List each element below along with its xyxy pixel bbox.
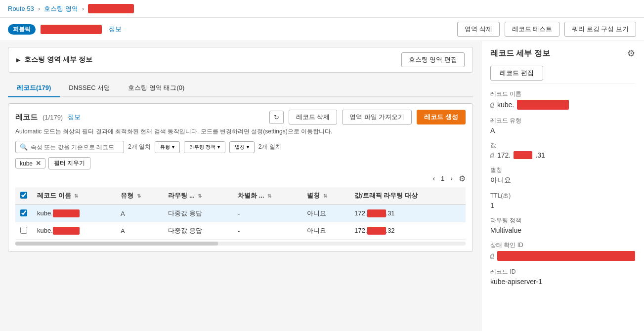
row2-checkbox[interactable] [20,227,27,234]
right-panel: 레코드 세부 정보 ⚙ 레코드 편집 레코드 이름 ⎙ kube. 레코드 유형… [481,41,644,331]
breadcrumb-sep2: › [82,5,84,12]
col-name: 레코드 이름 ⇅ [32,187,116,205]
filter-match-count: 2개 일치 [128,143,151,151]
record-id-label: 레코드 ID [490,268,635,276]
records-info-link[interactable]: 정보 [68,113,81,122]
type-filter-label: 유형 [160,144,170,151]
alias-label: 별칭 [490,166,635,174]
row1-diff-cell: - [233,205,302,222]
row2-value-cell: 172. .32 [349,222,466,240]
tabs-row: 레코드(179) DNSSEC 서명 호스팅 영역 태그(0) [8,80,473,97]
col-diff: 차별화 ... ⇅ [233,187,302,205]
breadcrumb: Route 53 › 호스팅 영역 › [0,0,644,18]
info-link[interactable]: 정보 [109,25,122,34]
alias-filter-arrow: ▾ [247,144,249,150]
row1-value-cell: 172. .31 [349,205,466,222]
health-check-redacted [497,251,635,261]
col-routing: 라우팅 ... ⇅ [163,187,233,205]
create-record-button[interactable]: 레코드 생성 [417,110,466,124]
record-value-label: 값 [490,141,635,150]
copy-health-check-icon[interactable]: ⎙ [490,252,494,260]
clear-filters-button[interactable]: 필터 지우기 [48,157,90,169]
scrollbar-thumb [15,242,218,246]
domain-name [41,25,102,34]
breadcrumb-sep1: › [38,5,40,12]
alias-sort-icon[interactable]: ⇅ [323,193,327,199]
tab-tags[interactable]: 호스팅 영역 태그(0) [119,80,193,97]
alias-match-count: 2개 일치 [258,143,281,151]
breadcrumb-route53[interactable]: Route 53 [8,5,34,12]
alias-section: 별칭 아니요 [490,166,635,185]
routing-filter-label: 라우팅 정책 [189,144,215,151]
copy-value-icon[interactable]: ⎙ [490,152,494,159]
right-panel-title: 레코드 세부 정보 [490,48,550,59]
filter-tag-remove[interactable]: ✕ [36,160,41,167]
record-name-label: 레코드 이름 [490,90,635,98]
row2-value-redacted [367,227,386,235]
tab-records[interactable]: 레코드(179) [8,80,60,97]
filter-row: 🔍 2개 일치 유형 ▾ 라우팅 정책 ▾ 별칭 ▾ 2개 일치 [15,141,466,153]
type-filter-arrow: ▾ [172,144,174,150]
gear-icon[interactable]: ⚙ [627,48,635,59]
ttl-value: 1 [490,202,635,209]
row1-name-redacted [53,209,80,217]
row2-name-redacted [53,227,80,235]
name-sort-icon[interactable]: ⇅ [74,193,78,199]
type-sort-icon[interactable]: ⇅ [137,193,141,199]
record-value-redacted [514,151,532,159]
delete-zone-button[interactable]: 영역 삭제 [457,22,500,37]
ttl-label: TTL(초) [490,192,635,200]
row2-name-cell: kube. [32,222,116,240]
table-settings-icon[interactable]: ⚙ [459,174,466,183]
records-box: 레코드 (1/179) 정보 ↻ 레코드 삭제 영역 파일 가져오기 레코드 생… [8,103,473,252]
test-record-button[interactable]: 레코드 테스트 [505,22,560,37]
row2-diff-cell: - [233,222,302,240]
record-name-redacted [517,100,568,110]
view-query-log-button[interactable]: 쿼리 로깅 구성 보기 [564,22,636,37]
record-type-value: A [490,126,635,134]
badge-public: 퍼블릭 [8,24,36,35]
alias-value: 아니요 [490,176,635,185]
edit-hosting-button[interactable]: 호스팅 영역 편집 [401,52,465,67]
search-input[interactable] [31,144,115,151]
hosting-details-toggle[interactable]: ▶ 호스팅 영역 세부 정보 [16,55,92,64]
record-id-section: 레코드 ID kube-apiserver-1 [490,268,635,286]
record-edit-button[interactable]: 레코드 편집 [490,66,543,81]
col-value: 값/트래픽 라우팅 대상 [349,187,466,205]
diff-sort-icon[interactable]: ⇅ [267,193,271,199]
next-page-button[interactable]: › [448,173,455,183]
row1-value-redacted [367,209,386,217]
row2-type-cell: A [116,222,163,240]
copy-name-icon[interactable]: ⎙ [490,101,494,109]
search-box: 🔍 [15,141,124,153]
col-type: 유형 ⇅ [116,187,163,205]
export-zone-button[interactable]: 영역 파일 가져오기 [342,110,412,124]
row1-routing-cell: 다중값 응답 [163,205,233,222]
filter-tag-label: kube [20,160,33,167]
prev-page-button[interactable]: ‹ [430,173,437,183]
refresh-button[interactable]: ↻ [269,111,284,124]
breadcrumb-hosting-area[interactable]: 호스팅 영역 [44,4,78,13]
row2-routing-cell: 다중값 응답 [163,222,233,240]
record-value-section: 값 ⎙ 172. .31 [490,141,635,159]
row1-checkbox-cell [15,205,32,222]
health-check-section: 상태 확인 ID ⎙ [490,241,635,261]
select-all-checkbox[interactable] [20,192,27,199]
records-table: 레코드 이름 ⇅ 유형 ⇅ 라우팅 ... ⇅ 차별화 ... [15,187,466,240]
hosting-details-box: ▶ 호스팅 영역 세부 정보 호스팅 영역 편집 [8,47,473,73]
routing-sort-icon[interactable]: ⇅ [198,193,202,199]
row2-checkbox-cell [15,222,32,240]
type-filter-button[interactable]: 유형 ▾ [155,141,180,153]
routing-filter-button[interactable]: 라우팅 정책 ▾ [184,141,225,153]
breadcrumb-zone-name [88,4,134,13]
table-header-row: 레코드 이름 ⇅ 유형 ⇅ 라우팅 ... ⇅ 차별화 ... [15,187,466,205]
record-type-section: 레코드 유형 A [490,117,635,134]
alias-filter-button[interactable]: 별칭 ▾ [229,141,255,153]
horizontal-scrollbar[interactable] [15,242,466,246]
row1-checkbox[interactable] [20,209,27,216]
record-name-value: ⎙ kube. [490,100,635,110]
delete-record-button[interactable]: 레코드 삭제 [289,110,338,124]
hosting-details-label: 호스팅 영역 세부 정보 [24,55,92,64]
tab-dnssec[interactable]: DNSSEC 서명 [60,80,119,97]
auto-mode-note: Automatic 모드는 최상의 필터 결과에 최적화된 현재 검색 동작입니… [15,127,466,136]
